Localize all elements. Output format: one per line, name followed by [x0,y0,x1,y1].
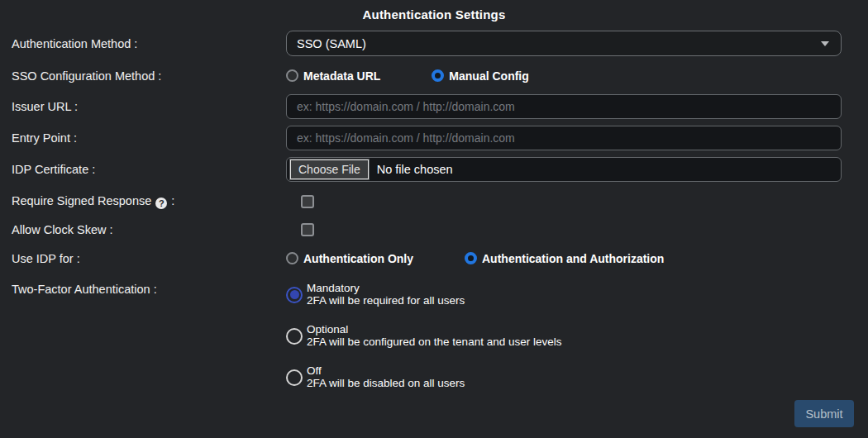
require-signed-response-text: Require Signed Response [12,194,151,207]
require-signed-response-checkbox[interactable] [301,195,314,208]
radio-2fa-mandatory[interactable]: Mandatory 2FA will be required for all u… [286,283,561,307]
submit-button[interactable]: Submit [794,400,854,427]
two-factor-authentication-label: Two-Factor Authentication : [0,283,286,296]
2fa-off-desc: 2FA will be disabled on all users [307,378,465,389]
sso-configuration-method-label: SSO Configuration Method : [0,69,286,83]
radio-metadata-url[interactable]: Metadata URL [286,69,380,83]
radio-selected-icon[interactable] [286,287,303,303]
2fa-mandatory-title: Mandatory [307,283,465,294]
row-allow-clock-skew: Allow Clock Skew : [0,222,868,236]
radio-metadata-url-label: Metadata URL [303,69,380,83]
question-circle-icon[interactable]: ? [155,198,167,209]
issuer-url-label: Issuer URL : [0,100,286,113]
radio-icon[interactable] [286,328,303,345]
authentication-method-select[interactable]: SSO (SAML) [286,31,842,56]
radio-2fa-off[interactable]: Off 2FA will be disabled on all users [286,365,561,389]
row-idp-certificate: IDP Certificate : Choose File No file ch… [0,157,868,182]
radio-icon[interactable] [286,69,298,82]
row-use-idp-for: Use IDP for : Authentication Only Authen… [0,251,868,265]
radio-selected-icon[interactable] [432,69,444,82]
radio-icon[interactable] [286,252,298,264]
use-idp-for-label: Use IDP for : [0,252,286,265]
entry-point-input[interactable] [286,126,842,150]
authentication-method-value: SSO (SAML) [297,37,366,50]
allow-clock-skew-checkbox[interactable] [301,223,314,236]
radio-authentication-only-label: Authentication Only [303,252,413,265]
entry-point-label: Entry Point : [0,131,286,145]
2fa-optional-title: Optional [307,324,561,336]
row-entry-point: Entry Point : [0,126,868,150]
chevron-down-icon [821,41,829,46]
issuer-url-input[interactable] [286,94,842,119]
2fa-off-title: Off [307,365,465,377]
radio-authentication-only[interactable]: Authentication Only [286,252,413,265]
radio-selected-icon[interactable] [465,252,477,264]
row-sso-configuration-method: SSO Configuration Method : Metadata URL … [0,69,868,83]
radio-icon[interactable] [286,369,303,386]
file-status-text: No file chosen [377,163,453,176]
row-require-signed-response: Require Signed Response ? : [0,194,868,208]
page-title: Authentication Settings [0,0,868,21]
row-two-factor-authentication: Two-Factor Authentication : Mandatory 2F… [0,283,868,407]
require-signed-response-label: Require Signed Response ? : [0,194,286,209]
authentication-method-label: Authentication Method : [0,37,286,50]
idp-certificate-file-field[interactable]: Choose File No file chosen [286,157,842,182]
2fa-optional-desc: 2FA will be configured on the tenant and… [307,336,561,348]
radio-authentication-and-authorization[interactable]: Authentication and Authorization [465,252,664,265]
choose-file-button[interactable]: Choose File [290,159,369,179]
radio-manual-config-label: Manual Config [449,69,528,83]
row-authentication-method: Authentication Method : SSO (SAML) [0,31,868,56]
label-suffix: : [171,194,174,207]
idp-certificate-label: IDP Certificate : [0,163,286,176]
radio-authentication-and-authorization-label: Authentication and Authorization [482,252,664,265]
radio-2fa-optional[interactable]: Optional 2FA will be configured on the t… [286,324,561,348]
row-issuer-url: Issuer URL : [0,94,868,119]
2fa-mandatory-desc: 2FA will be required for all users [307,295,465,307]
radio-manual-config[interactable]: Manual Config [432,69,528,83]
allow-clock-skew-label: Allow Clock Skew : [0,223,286,236]
